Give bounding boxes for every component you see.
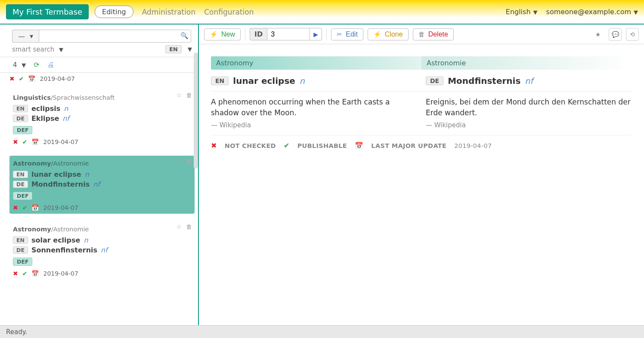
status-date: 2019-04-07 — [454, 142, 492, 149]
result-count[interactable]: 4 ▼ — [13, 61, 26, 69]
headword-en: lunar eclipse — [233, 76, 295, 86]
language-filter[interactable]: EN — [165, 45, 182, 53]
term-text: lunar eclipse — [31, 170, 81, 178]
lang-tag: DE — [13, 246, 28, 254]
chevron-down-icon: ▼ — [22, 62, 26, 68]
lang-tag: DE — [13, 115, 28, 122]
domain-de: /Astronomie — [51, 226, 89, 233]
grammar-tag: nf — [525, 76, 533, 86]
grammar-tag: nf — [101, 246, 108, 254]
domain-en: Linguistics — [13, 94, 51, 101]
star-button[interactable]: ★ — [591, 28, 604, 41]
star-icon[interactable]: ☆ — [176, 157, 182, 164]
reload-icon: ⟲ — [630, 31, 635, 38]
publishable-icon: ✔ — [284, 141, 290, 150]
list-item[interactable]: ✖ ✔ 📅 2019-04-07 — [9, 75, 195, 82]
lightning-icon: ⚡ — [210, 31, 218, 38]
lang-tag: EN — [211, 77, 229, 85]
source-en: — Wikipedia — [211, 121, 417, 129]
trash-icon[interactable]: 🗑 — [186, 157, 192, 164]
trash-icon[interactable]: 🗑 — [186, 92, 192, 98]
list-item[interactable]: ☆ 🗑 Astronomy/Astronomie EN lunar eclips… — [9, 156, 195, 214]
domain-de: /Astronomie — [51, 160, 89, 167]
publishable-icon: ✔ — [19, 75, 24, 82]
domain-de: Astronomie — [421, 56, 632, 70]
term-text: Mondfinsternis — [31, 180, 90, 188]
chevron-down-icon: ▼ — [634, 9, 638, 15]
status-text: Ready. — [6, 328, 27, 336]
termbase-title[interactable]: My First Termbase — [6, 4, 89, 19]
delete-button[interactable]: 🗑 Delete — [413, 28, 454, 40]
id-input-group: ID ▶ — [250, 28, 322, 40]
scissors-icon: ✂ — [337, 31, 342, 38]
language-selector[interactable]: English▼ — [506, 8, 538, 16]
reload-button[interactable]: ⟲ — [626, 28, 639, 41]
entry-date: 2019-04-07 — [43, 204, 78, 211]
calendar-icon: 📅 — [31, 270, 39, 277]
def-badge: DEF — [13, 126, 32, 134]
grammar-tag: n — [300, 76, 305, 86]
calendar-icon: 📅 — [355, 141, 363, 150]
search-icon[interactable]: 🔍 — [180, 32, 189, 40]
term-text: solar eclipse — [31, 236, 80, 244]
grammar-tag: nf — [93, 180, 100, 188]
not-checked-icon: ✖ — [9, 75, 15, 82]
star-icon[interactable]: ☆ — [176, 223, 182, 230]
term-text: Sonnenfinsternis — [31, 246, 97, 254]
search-mode-select[interactable]: — ▼ — [12, 30, 39, 43]
publishable-icon: ✔ — [22, 138, 28, 145]
star-icon[interactable]: ☆ — [176, 92, 182, 98]
chevron-down-icon[interactable]: ▼ — [188, 46, 192, 52]
tab-configuration[interactable]: Configuration — [204, 8, 254, 16]
entry-detail: Astronomy Astronomie EN lunar eclipse n … — [199, 44, 644, 325]
source-de: — Wikipedia — [426, 121, 632, 129]
chevron-down-icon: ▼ — [59, 46, 63, 53]
status-bar: ✖ NOT CHECKED ✔ PUBLISHABLE 📅 LAST MAJOR… — [211, 141, 632, 150]
left-panel: — ▼ 🔍 smart search ▼ EN ▼ 4 ▼ ⟳ 🖨 — [0, 25, 199, 325]
publishable-icon: ✔ — [22, 270, 28, 277]
not-checked-icon: ✖ — [13, 204, 18, 211]
refresh-icon[interactable]: ⟳ — [34, 61, 39, 69]
id-go-button[interactable]: ▶ — [310, 28, 322, 40]
tab-administration[interactable]: Administration — [142, 8, 195, 16]
entry-date: 2019-04-07 — [43, 270, 78, 277]
status-last-update: LAST MAJOR UPDATE — [371, 142, 446, 149]
trash-icon: 🗑 — [418, 31, 425, 38]
domain-bar: Astronomy Astronomie — [211, 56, 632, 70]
print-icon[interactable]: 🖨 — [47, 61, 54, 69]
entry-date: 2019-04-07 — [43, 138, 78, 145]
lang-tag: DE — [426, 77, 443, 85]
clone-button[interactable]: ⚡ Clone — [368, 28, 409, 40]
scrollbar[interactable] — [194, 52, 198, 169]
lang-tag: EN — [13, 171, 28, 178]
grammar-tag: n — [85, 170, 89, 178]
list-item[interactable]: ☆ 🗑 Linguistics/Sprachwissenschaft EN ec… — [9, 90, 195, 148]
search-input[interactable] — [39, 30, 191, 43]
lightning-icon: ⚡ — [373, 31, 381, 38]
calendar-icon: 📅 — [31, 204, 39, 211]
tab-editing[interactable]: Editing — [95, 6, 133, 18]
main: — ▼ 🔍 smart search ▼ EN ▼ 4 ▼ ⟳ 🖨 — [0, 25, 644, 325]
status-not-checked: NOT CHECKED — [225, 142, 276, 149]
topbar: My First Termbase Editing Administration… — [0, 0, 644, 25]
user-menu[interactable]: someone@example.com▼ — [546, 8, 638, 16]
list-item[interactable]: ☆ 🗑 Astronomy/Astronomie EN solar eclips… — [9, 221, 195, 280]
grammar-tag: n — [84, 236, 88, 244]
speech-icon: 💬 — [612, 31, 619, 38]
def-badge: DEF — [13, 258, 32, 266]
calendar-icon: 📅 — [31, 138, 39, 145]
comment-button[interactable]: 💬 — [609, 28, 622, 41]
id-label: ID — [250, 28, 267, 40]
lang-tag: EN — [13, 105, 28, 112]
edit-button[interactable]: ✂ Edit — [331, 28, 363, 40]
smart-search-toggle[interactable]: smart search ▼ — [12, 46, 63, 53]
id-input[interactable] — [267, 28, 310, 40]
trash-icon[interactable]: 🗑 — [186, 223, 192, 230]
definition-de: Ereignis, bei dem der Mond durch den Ker… — [426, 97, 632, 118]
term-text: eclipsis — [31, 104, 60, 113]
not-checked-icon: ✖ — [13, 138, 18, 145]
domain-de: /Sprachwissenschaft — [51, 94, 115, 101]
new-button[interactable]: ⚡ New — [204, 28, 241, 40]
status-publishable: PUBLISHABLE — [297, 142, 347, 149]
chevron-down-icon: ▼ — [30, 34, 33, 39]
